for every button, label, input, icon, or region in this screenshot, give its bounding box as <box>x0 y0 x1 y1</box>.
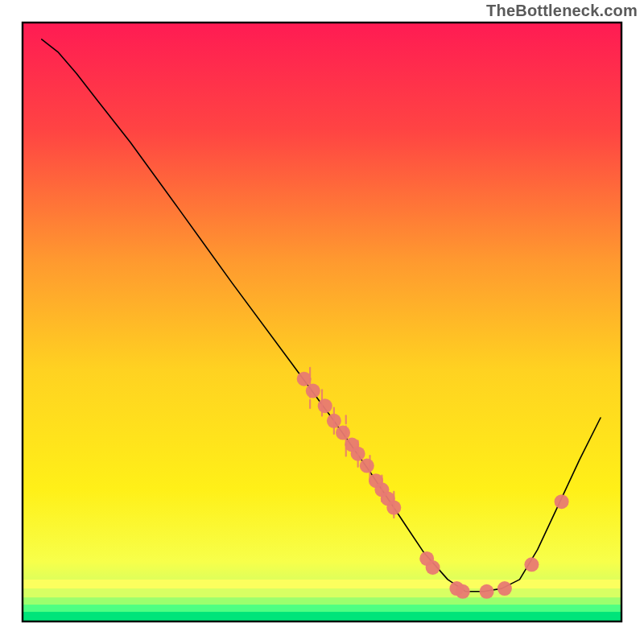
data-marker <box>297 372 312 386</box>
data-marker <box>351 447 365 461</box>
bg-band-2 <box>23 597 621 605</box>
data-marker <box>456 584 470 599</box>
data-marker <box>426 560 440 575</box>
bg-band-3 <box>23 605 621 612</box>
bg-band-1 <box>23 588 621 597</box>
data-marker <box>327 414 341 428</box>
chart-container: { "watermark": "TheBottleneck.com", "cha… <box>0 0 644 644</box>
data-marker <box>524 557 539 572</box>
data-marker <box>306 384 320 398</box>
data-marker <box>360 459 374 473</box>
chart-svg <box>0 0 644 644</box>
bg-band-4 <box>23 612 621 621</box>
data-marker <box>480 584 494 599</box>
data-marker <box>555 494 569 509</box>
data-marker <box>318 398 332 413</box>
data-marker <box>386 501 401 515</box>
data-marker <box>497 581 512 596</box>
data-marker <box>336 426 350 440</box>
bg-band-0 <box>23 580 621 588</box>
plot-background <box>23 23 621 621</box>
